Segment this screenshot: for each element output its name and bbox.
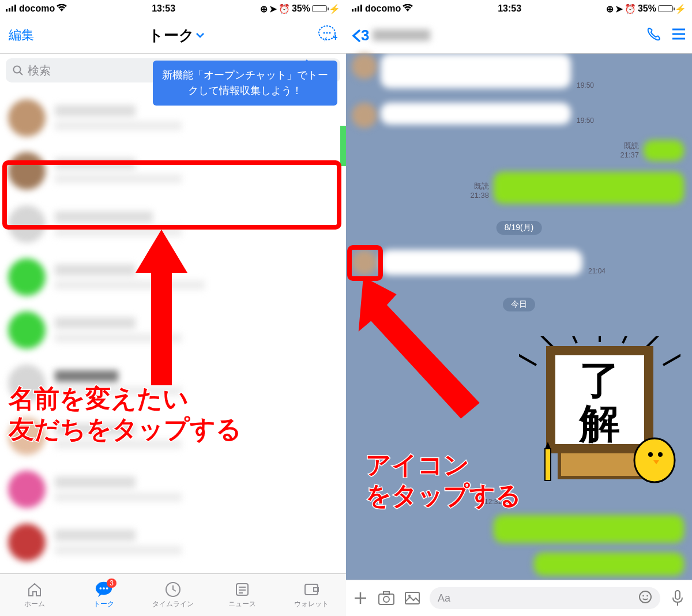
tab-bar: ホーム 3 トーク タイムライン ニュース ウォレット (0, 573, 346, 616)
svg-text:了: 了 (580, 358, 620, 403)
orientation-lock-icon: ⊕ (606, 3, 614, 14)
svg-rect-41 (559, 452, 646, 478)
screen-chat: docomo 13:53 ⊕ ➤ ⏰ 35% ⚡ 3 19:50 19:50 既… (346, 0, 692, 616)
chat-navbar: 3 (346, 17, 692, 54)
menu-button[interactable] (671, 28, 686, 43)
svg-marker-12 (136, 230, 187, 385)
tab-wallet[interactable]: ウォレット (277, 574, 346, 616)
svg-point-7 (326, 32, 328, 34)
annotation-caption: 名前を変えたい 友だちをタップする (9, 384, 242, 445)
battery-pct: 35% (292, 3, 310, 14)
message-input[interactable]: Aa (430, 587, 660, 609)
tab-news[interactable]: ニュース (208, 574, 277, 616)
message-outgoing[interactable] (494, 172, 684, 204)
svg-rect-46 (545, 449, 551, 480)
svg-point-16 (106, 587, 108, 589)
message-outgoing[interactable] (494, 515, 684, 543)
svg-line-10 (20, 72, 22, 75)
alarm-icon: ⏰ (279, 3, 290, 14)
svg-text:解: 解 (578, 401, 620, 446)
read-status: 既読21:37 (620, 141, 639, 159)
search-icon (13, 65, 23, 76)
annotation-arrow (133, 230, 202, 391)
call-button[interactable] (646, 26, 662, 44)
home-icon (25, 581, 44, 598)
svg-rect-0 (6, 9, 7, 12)
edit-button[interactable]: 編集 (9, 27, 34, 44)
avatar[interactable] (352, 103, 377, 128)
svg-rect-59 (675, 591, 680, 599)
charging-icon: ⚡ (675, 3, 686, 14)
talk-icon: 3 (95, 581, 113, 598)
status-time: 13:53 (498, 3, 521, 14)
chevron-down-icon (196, 32, 204, 38)
clock-icon (164, 581, 182, 598)
svg-line-35 (623, 336, 631, 343)
svg-rect-27 (360, 5, 362, 12)
date-badge: 今日 (503, 298, 535, 311)
battery-icon (312, 5, 327, 12)
tab-timeline[interactable]: タイムライン (138, 574, 208, 616)
battery-icon (658, 5, 673, 12)
chat-title[interactable] (373, 29, 637, 41)
status-bar: docomo 13:53 ⊕ ➤ ⏰ 35% ⚡ (346, 0, 692, 17)
chat-row[interactable] (0, 516, 346, 569)
new-chat-button[interactable]: + (318, 25, 337, 46)
message-incoming[interactable] (381, 54, 571, 88)
svg-rect-25 (355, 8, 356, 12)
orientation-lock-icon: ⊕ (260, 3, 268, 14)
back-button[interactable]: 3 (352, 27, 369, 44)
svg-point-55 (408, 595, 411, 597)
page-title[interactable]: トーク (148, 25, 204, 46)
mic-button[interactable] (669, 589, 686, 607)
svg-point-9 (14, 66, 21, 73)
svg-rect-3 (14, 5, 16, 12)
navbar: 編集 トーク + (0, 17, 346, 54)
emoji-button[interactable] (638, 590, 652, 607)
sticker-ryokai[interactable]: 了 解 (519, 336, 680, 486)
location-icon: ➤ (615, 3, 623, 14)
svg-point-58 (646, 595, 648, 596)
svg-point-6 (324, 32, 325, 34)
message-outgoing[interactable] (534, 553, 684, 576)
svg-point-53 (383, 596, 389, 602)
status-bar: docomo 13:53 ⊕ ➤ ⏰ 35% ⚡ (0, 0, 346, 17)
svg-marker-48 (358, 277, 490, 420)
add-button[interactable] (352, 589, 369, 607)
svg-line-34 (568, 336, 577, 343)
svg-line-36 (519, 354, 536, 365)
gallery-button[interactable] (404, 589, 421, 607)
svg-rect-2 (12, 6, 13, 12)
date-badge: 8/19(月) (497, 221, 542, 235)
tab-home[interactable]: ホーム (0, 574, 69, 616)
chat-input-bar: Aa (346, 580, 692, 616)
battery-pct: 35% (638, 3, 656, 14)
message-outgoing[interactable] (644, 140, 684, 161)
svg-rect-52 (383, 592, 389, 595)
svg-point-14 (99, 587, 101, 589)
avatar[interactable] (352, 54, 377, 79)
svg-rect-22 (305, 584, 318, 595)
svg-text:+: + (333, 32, 337, 42)
openchat-tooltip[interactable]: 新機能「オープンチャット」でトークして情報収集しよう！ (153, 61, 337, 106)
svg-point-43 (648, 452, 653, 457)
signal-icon (6, 3, 17, 14)
chat-row[interactable] (0, 463, 346, 516)
svg-point-15 (103, 587, 105, 589)
charging-icon: ⚡ (329, 3, 340, 14)
svg-rect-54 (405, 592, 419, 604)
tab-talk[interactable]: 3 トーク (69, 574, 138, 616)
camera-button[interactable] (378, 589, 395, 607)
svg-point-44 (658, 452, 663, 457)
read-status: 既読21:38 (470, 182, 489, 200)
message-incoming[interactable] (381, 103, 571, 125)
alarm-icon: ⏰ (625, 3, 636, 14)
svg-rect-51 (379, 594, 394, 604)
signal-icon (352, 3, 363, 14)
screen-talk-list: docomo 13:53 ⊕ ➤ ⏰ 35% ⚡ 編集 トーク + 検索 (0, 0, 346, 616)
carrier-label: docomo (365, 3, 401, 14)
svg-point-8 (329, 32, 331, 34)
svg-rect-24 (352, 9, 353, 12)
svg-rect-26 (358, 6, 359, 12)
annotation-caption: アイコン をタップする (366, 450, 521, 511)
